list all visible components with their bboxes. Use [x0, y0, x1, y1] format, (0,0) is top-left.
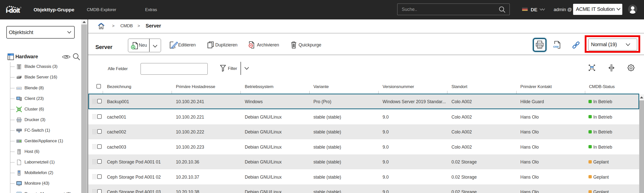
- svg-text:csv: csv: [553, 45, 559, 48]
